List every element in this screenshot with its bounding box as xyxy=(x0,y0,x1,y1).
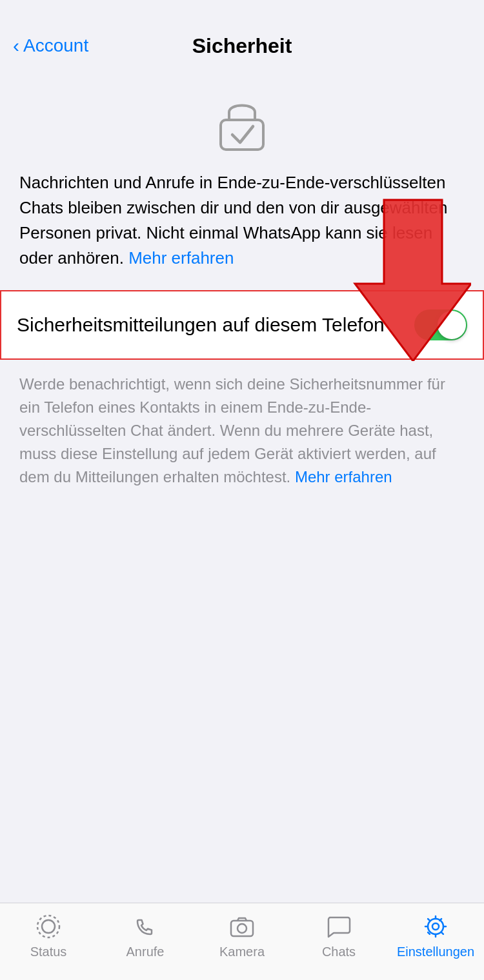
svg-point-9 xyxy=(428,919,443,934)
svg-point-8 xyxy=(432,923,439,930)
tab-status[interactable]: Status xyxy=(0,912,97,959)
header: ‹ Account Sicherheit xyxy=(0,0,484,67)
svg-rect-0 xyxy=(221,120,263,150)
tab-einstellungen-label: Einstellungen xyxy=(397,945,474,959)
chevron-left-icon: ‹ xyxy=(13,35,19,57)
tab-anrufe-label: Anrufe xyxy=(126,945,165,959)
svg-point-5 xyxy=(37,916,59,937)
svg-rect-6 xyxy=(231,921,253,936)
security-card-label: Sicherheitsmitteilungen auf diesem Telef… xyxy=(17,312,404,338)
tab-bar: Status Anrufe Kamera Chats Einstellungen xyxy=(0,903,484,980)
back-button[interactable]: ‹ Account xyxy=(13,35,88,57)
toggle-wrapper xyxy=(414,309,467,340)
security-notifications-toggle[interactable] xyxy=(414,309,467,340)
lock-icon-area xyxy=(0,67,484,170)
description-link[interactable]: Mehr erfahren xyxy=(128,248,234,268)
tab-kamera[interactable]: Kamera xyxy=(194,912,290,959)
status-icon xyxy=(34,912,63,941)
einstellungen-icon xyxy=(421,912,450,941)
back-label: Account xyxy=(23,35,88,56)
sub-description-link[interactable]: Mehr erfahren xyxy=(295,468,392,485)
tab-einstellungen[interactable]: Einstellungen xyxy=(387,912,484,959)
tab-status-label: Status xyxy=(30,945,67,959)
svg-point-4 xyxy=(42,920,55,933)
tab-anrufe[interactable]: Anrufe xyxy=(97,912,194,959)
svg-point-7 xyxy=(237,924,247,933)
kamera-icon xyxy=(228,912,256,941)
tab-chats[interactable]: Chats xyxy=(290,912,387,959)
page-title: Sicherheit xyxy=(192,34,292,58)
anrufe-icon xyxy=(131,912,159,941)
lock-icon xyxy=(213,93,271,151)
tab-kamera-label: Kamera xyxy=(219,945,265,959)
security-notifications-card: Sicherheitsmitteilungen auf diesem Telef… xyxy=(0,290,484,360)
toggle-knob xyxy=(438,311,466,339)
tab-chats-label: Chats xyxy=(322,945,356,959)
chats-icon xyxy=(325,912,353,941)
description-text: Nachrichten und Anrufe in Ende-zu-Ende-v… xyxy=(0,170,484,290)
sub-description-text: Werde benachrichtigt, wenn sich deine Si… xyxy=(0,360,484,508)
